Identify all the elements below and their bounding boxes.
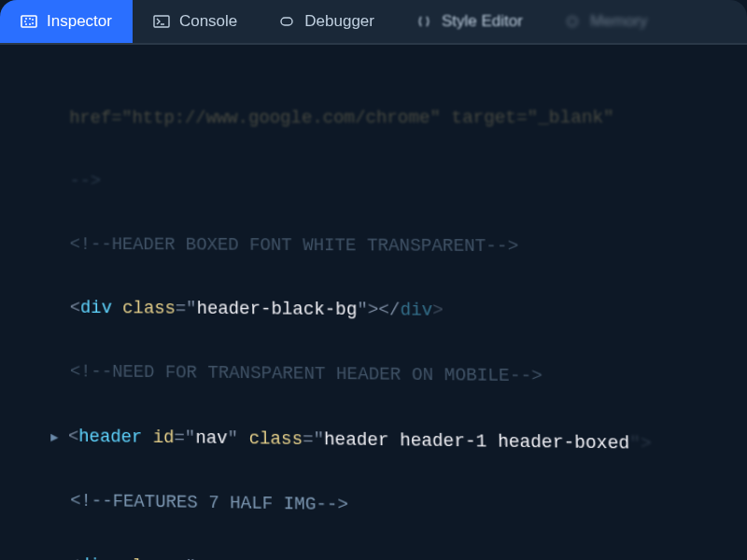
devtools-tabbar: Inspector Console Debugger Style Editor … [0, 0, 747, 45]
tab-label: Memory [590, 8, 647, 35]
svg-point-5 [568, 17, 577, 26]
tab-label: Style Editor [442, 8, 523, 35]
expand-toggle-icon[interactable]: ▶ [50, 427, 68, 449]
debugger-icon [278, 15, 295, 28]
tab-style-editor[interactable]: Style Editor [395, 0, 543, 43]
expand-toggle-icon[interactable]: ▼ [50, 555, 68, 560]
tab-memory[interactable]: Memory [543, 0, 668, 43]
tab-label: Console [179, 8, 237, 35]
tab-console[interactable]: Console [133, 0, 258, 43]
code-line-comment[interactable]: <!--FEATURES 7 HALF IMG--> [59, 483, 747, 529]
code-line-element[interactable]: <div class="header-black-bg"></div> [58, 291, 747, 331]
style-editor-icon [416, 15, 432, 28]
console-icon [153, 15, 170, 28]
code-line-element[interactable]: ▶<header id="nav" class="header header-1… [59, 419, 747, 463]
tab-debugger[interactable]: Debugger [258, 0, 395, 43]
dom-inspector-panel[interactable]: href="http://www.google.com/chrome" targ… [0, 42, 747, 560]
code-line[interactable]: --> [58, 164, 747, 200]
code-line-element[interactable]: ▼<div class="page-section bg-gray-light … [59, 548, 747, 560]
svg-rect-4 [281, 18, 292, 25]
svg-rect-1 [25, 19, 33, 24]
svg-rect-0 [21, 16, 36, 27]
tab-label: Debugger [304, 8, 374, 35]
memory-icon [564, 15, 581, 28]
svg-rect-2 [154, 16, 169, 27]
code-line-comment[interactable]: <!--NEED FOR TRANSPARENT HEADER ON MOBIL… [58, 355, 747, 397]
tab-label: Inspector [47, 8, 112, 35]
code-line-comment[interactable]: <!--HEADER BOXED FONT WHITE TRANSPARENT-… [58, 228, 747, 265]
code-line[interactable]: href="http://www.google.com/chrome" targ… [58, 100, 747, 134]
tab-inspector[interactable]: Inspector [0, 0, 133, 43]
inspector-icon [21, 15, 37, 28]
